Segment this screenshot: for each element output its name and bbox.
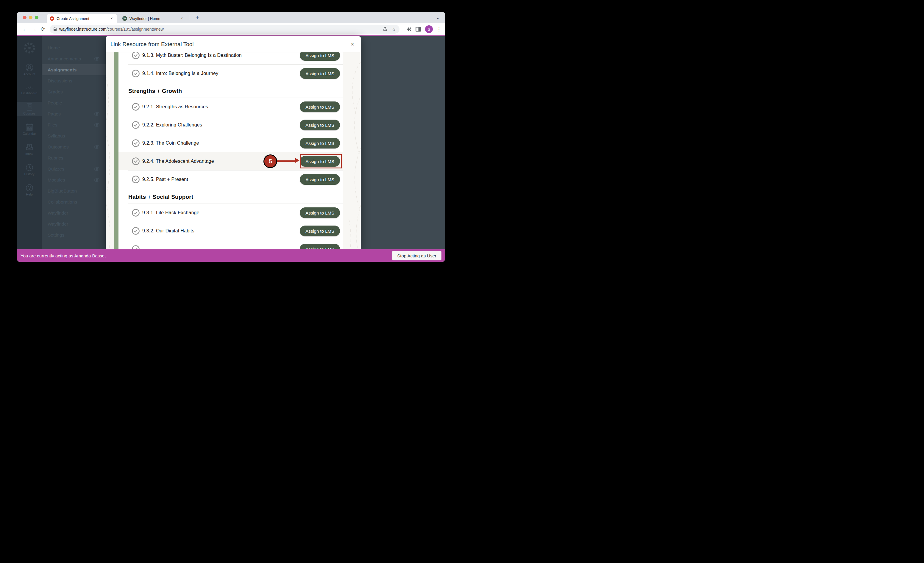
check-circle-icon	[132, 209, 140, 217]
assign-to-lms-button[interactable]: Assign to LMS	[300, 68, 340, 79]
check-circle-icon	[132, 157, 140, 165]
wayfinder-favicon: W	[122, 16, 127, 21]
course-nav-menu: Home Announcements Assignments Discussio…	[42, 36, 106, 249]
course-nav-grades[interactable]: Grades	[42, 86, 106, 97]
tab-divider	[189, 15, 189, 20]
sidebar-item-history[interactable]: History	[17, 162, 42, 177]
tab-title: Create Assignment	[57, 16, 109, 21]
assign-to-lms-button[interactable]: Assign to LMS	[300, 102, 340, 112]
assign-to-lms-button[interactable]: Assign to LMS	[300, 138, 340, 148]
resource-list: 9.1.3. Myth Buster: Belonging Is a Desti…	[118, 52, 343, 249]
course-nav-files[interactable]: Files	[42, 119, 106, 130]
course-nav-announcements[interactable]: Announcements	[42, 53, 106, 64]
new-tab-button[interactable]: +	[193, 14, 201, 22]
topo-pattern	[343, 52, 361, 249]
modal-right-margin	[343, 52, 361, 249]
resource-row: 9.2.3. The Coin Challenge Assign to LMS	[118, 134, 343, 152]
course-nav-wayfinder-2[interactable]: Wayfinder	[42, 219, 106, 229]
resource-row-highlighted: 9.2.4. The Adolescent Advantage Assign t…	[118, 152, 343, 170]
course-nav-people[interactable]: People	[42, 97, 106, 108]
annotation-step-badge: 5	[264, 154, 277, 168]
assign-to-lms-button[interactable]: Assign to LMS	[300, 226, 340, 236]
course-nav-outcomes[interactable]: Outcomes	[42, 141, 106, 152]
course-nav-rubrics[interactable]: Rubrics	[42, 152, 106, 163]
check-circle-icon	[132, 52, 140, 59]
masquerade-bar: You are currently acting as Amanda Basse…	[17, 249, 445, 262]
annotation-arrow-line	[277, 160, 296, 162]
side-panel-icon[interactable]	[416, 27, 421, 31]
assign-to-lms-button[interactable]: Assign to LMS	[300, 174, 340, 185]
close-window-button[interactable]	[23, 16, 27, 19]
resource-row: 9.1.3. Myth Buster: Belonging Is a Desti…	[118, 52, 343, 64]
sidebar-item-courses[interactable]: Courses	[17, 102, 42, 116]
resource-row: 9.2.5. Past + Present Assign to LMS	[118, 171, 343, 189]
url-path: /courses/105/assignments/new	[106, 27, 164, 31]
modal-close-icon[interactable]: ×	[349, 40, 356, 48]
zoom-window-button[interactable]	[35, 16, 38, 19]
modal-title: Link Resource from External Tool	[111, 41, 349, 48]
address-bar[interactable]: wayfinder.instructure.com/courses/105/as…	[50, 25, 399, 34]
hidden-eye-slash-icon	[94, 145, 100, 149]
resource-title: 9.1.3. Myth Buster: Belonging Is a Desti…	[142, 53, 300, 58]
sidebar-item-inbox[interactable]: Inbox	[17, 142, 42, 157]
sidebar-item-account[interactable]: Account	[17, 63, 42, 77]
resource-row: 9.2.1. Strengths as Resources Assign to …	[118, 98, 343, 116]
tab-create-assignment[interactable]: Create Assignment ×	[47, 14, 117, 23]
course-nav-discussions[interactable]: Discussions	[42, 75, 106, 86]
modal-body: 9.1.3. Myth Buster: Belonging Is a Desti…	[106, 52, 361, 249]
assign-to-lms-button[interactable]: Assign to LMS	[300, 52, 340, 61]
forward-button[interactable]: →	[30, 26, 38, 33]
browser-window: Create Assignment × W Wayfinder | Home ×…	[17, 12, 445, 262]
browser-toolbar: ← → ⟳ wayfinder.instructure.com/courses/…	[17, 23, 445, 35]
check-circle-icon	[132, 103, 140, 111]
resource-title: 9.3.2. Our Digital Habits	[142, 228, 300, 234]
profile-avatar[interactable]: S	[425, 25, 433, 33]
course-nav-quizzes[interactable]: Quizzes	[42, 163, 106, 174]
canvas-logo-icon[interactable]	[23, 42, 36, 55]
course-nav-assignments[interactable]: Assignments	[42, 64, 106, 75]
check-circle-icon	[132, 245, 140, 249]
course-nav-collaborations[interactable]: Collaborations	[42, 196, 106, 207]
hidden-eye-slash-icon	[94, 57, 100, 61]
url-text: wayfinder.instructure.com/courses/105/as…	[59, 27, 164, 31]
assign-to-lms-button[interactable]: Assign to LMS	[300, 120, 340, 130]
course-nav-bigbluebutton[interactable]: BigBlueButton	[42, 186, 106, 196]
link-resource-modal: Link Resource from External Tool × 9.1.3…	[106, 36, 361, 249]
bookmark-star-icon[interactable]: ☆	[392, 27, 396, 32]
extensions-puzzle-icon[interactable]	[406, 27, 411, 32]
sidebar-item-dashboard[interactable]: Dashboard	[17, 83, 42, 96]
tab-close-icon[interactable]: ×	[180, 16, 184, 21]
course-nav-pages[interactable]: Pages	[42, 108, 106, 119]
course-nav-settings[interactable]: Settings	[42, 229, 106, 240]
sidebar-item-help[interactable]: Help	[17, 183, 42, 197]
stop-acting-as-user-button[interactable]: Stop Acting as User	[392, 251, 441, 261]
assign-to-lms-button[interactable]: Assign to LMS	[300, 244, 340, 249]
hidden-eye-slash-icon	[94, 123, 100, 127]
course-nav-modules[interactable]: Modules	[42, 174, 106, 186]
hidden-eye-slash-icon	[94, 167, 100, 171]
tab-wayfinder-home[interactable]: W Wayfinder | Home ×	[119, 14, 187, 23]
hidden-eye-slash-icon	[94, 178, 100, 182]
sidebar-item-calendar[interactable]: Calendar	[17, 122, 42, 136]
course-nav-syllabus[interactable]: Syllabus	[42, 130, 106, 141]
reload-button[interactable]: ⟳	[38, 26, 47, 33]
topo-pattern	[106, 52, 114, 249]
back-button[interactable]: ←	[21, 26, 30, 33]
resource-title: 9.1.4. Intro: Belonging Is a Journey	[142, 71, 300, 76]
browser-menu-icon[interactable]: ⋮	[436, 26, 441, 33]
lock-icon	[53, 27, 57, 31]
minimize-window-button[interactable]	[29, 16, 33, 19]
assign-to-lms-button[interactable]: Assign to LMS	[300, 207, 340, 218]
course-nav-home[interactable]: Home	[42, 42, 106, 53]
section-heading: Habits + Social Support	[128, 194, 343, 200]
share-icon[interactable]	[383, 27, 388, 31]
tab-search-chevron-icon[interactable]: ⌄	[436, 15, 440, 20]
tab-close-icon[interactable]: ×	[109, 16, 114, 21]
tab-title: Wayfinder | Home	[129, 16, 180, 21]
resource-row-partial: Assign to LMS	[118, 240, 343, 249]
modal-header: Link Resource from External Tool ×	[106, 36, 361, 52]
check-circle-icon	[132, 175, 140, 183]
course-nav-wayfinder-1[interactable]: Wayfinder	[42, 207, 106, 219]
resource-title: 9.2.2. Exploring Challenges	[142, 122, 300, 128]
resource-row: 9.1.4. Intro: Belonging Is a Journey Ass…	[118, 64, 343, 82]
